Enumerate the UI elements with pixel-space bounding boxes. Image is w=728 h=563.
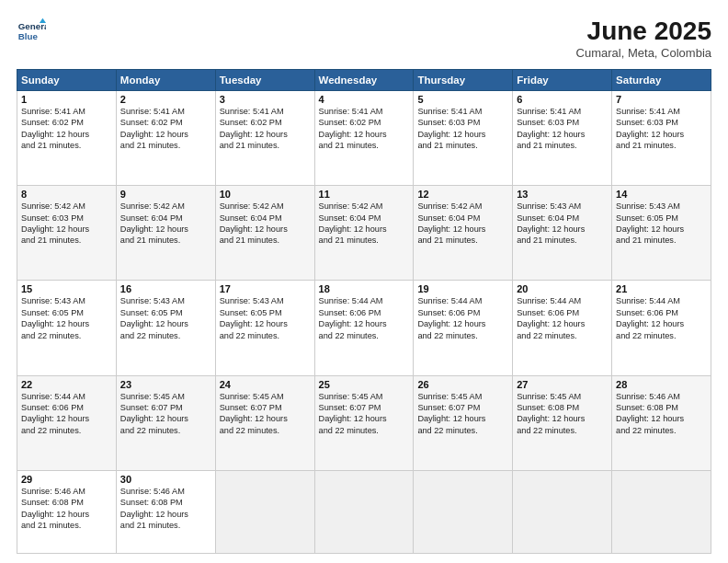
cell-info: Sunrise: 5:42 AM (417, 201, 508, 212)
cell-info: Sunrise: 5:41 AM (517, 106, 608, 117)
cell-info: Sunrise: 5:42 AM (120, 201, 211, 212)
cell-info: Daylight: 12 hours (120, 129, 211, 140)
cell-info: and 21 minutes. (220, 140, 311, 151)
calendar-cell: 23Sunrise: 5:45 AMSunset: 6:07 PMDayligh… (116, 375, 215, 470)
calendar-cell: 24Sunrise: 5:45 AMSunset: 6:07 PMDayligh… (215, 375, 314, 470)
calendar-cell: 8Sunrise: 5:42 AMSunset: 6:03 PMDaylight… (17, 186, 117, 281)
cell-info: and 21 minutes. (21, 140, 112, 151)
calendar-cell: 19Sunrise: 5:44 AMSunset: 6:06 PMDayligh… (414, 281, 513, 375)
day-number: 21 (616, 283, 707, 294)
cell-info: Sunset: 6:03 PM (417, 117, 508, 128)
cell-info: Sunset: 6:02 PM (319, 117, 410, 128)
cell-info: Daylight: 12 hours (21, 224, 112, 235)
cell-info: Daylight: 12 hours (417, 129, 508, 140)
day-number: 13 (517, 189, 608, 200)
cell-info: Sunrise: 5:41 AM (616, 106, 707, 117)
cell-info: Daylight: 12 hours (120, 318, 211, 329)
subtitle: Cumaral, Meta, Colombia (576, 46, 711, 60)
day-number: 30 (120, 474, 211, 485)
calendar-cell: 22Sunrise: 5:44 AMSunset: 6:06 PMDayligh… (17, 375, 117, 470)
calendar-cell: 30Sunrise: 5:46 AMSunset: 6:08 PMDayligh… (116, 470, 215, 553)
day-number: 29 (21, 474, 112, 485)
cell-info: and 22 minutes. (319, 425, 410, 436)
day-number: 2 (120, 94, 211, 105)
cell-info: Daylight: 12 hours (220, 129, 311, 140)
calendar-week-row: 1Sunrise: 5:41 AMSunset: 6:02 PMDaylight… (17, 91, 711, 186)
cell-info: Daylight: 12 hours (517, 129, 608, 140)
cell-info: Daylight: 12 hours (120, 413, 211, 424)
day-number: 28 (616, 379, 707, 390)
cell-info: Sunrise: 5:43 AM (220, 295, 311, 306)
calendar-cell: 1Sunrise: 5:41 AMSunset: 6:02 PMDaylight… (17, 91, 117, 186)
cell-info: and 22 minutes. (616, 330, 707, 341)
day-number: 4 (319, 94, 410, 105)
cell-info: and 21 minutes. (120, 235, 211, 246)
cell-info: Sunset: 6:06 PM (517, 307, 608, 318)
cell-info: Sunrise: 5:43 AM (21, 295, 112, 306)
day-number: 15 (21, 283, 112, 294)
cell-info: Daylight: 12 hours (616, 224, 707, 235)
calendar-day-header: Monday (116, 70, 215, 91)
cell-info: and 21 minutes. (319, 235, 410, 246)
day-number: 8 (21, 189, 112, 200)
cell-info: Sunset: 6:08 PM (120, 497, 211, 508)
calendar-day-header: Thursday (414, 70, 513, 91)
calendar-cell: 20Sunrise: 5:44 AMSunset: 6:06 PMDayligh… (513, 281, 612, 375)
day-number: 10 (220, 189, 311, 200)
cell-info: Daylight: 12 hours (21, 318, 112, 329)
cell-info: Sunrise: 5:42 AM (21, 201, 112, 212)
calendar-cell: 26Sunrise: 5:45 AMSunset: 6:07 PMDayligh… (414, 375, 513, 470)
cell-info: and 21 minutes. (417, 140, 508, 151)
day-number: 1 (21, 94, 112, 105)
cell-info: Sunrise: 5:42 AM (220, 201, 311, 212)
calendar-header-row: SundayMondayTuesdayWednesdayThursdayFrid… (17, 70, 711, 91)
cell-info: Sunrise: 5:41 AM (220, 106, 311, 117)
calendar-cell: 25Sunrise: 5:45 AMSunset: 6:07 PMDayligh… (314, 375, 414, 470)
calendar-week-row: 15Sunrise: 5:43 AMSunset: 6:05 PMDayligh… (17, 281, 711, 375)
cell-info: Sunset: 6:04 PM (319, 213, 410, 224)
cell-info: Daylight: 12 hours (517, 318, 608, 329)
cell-info: and 22 minutes. (616, 425, 707, 436)
calendar-cell: 27Sunrise: 5:45 AMSunset: 6:08 PMDayligh… (513, 375, 612, 470)
cell-info: Sunrise: 5:45 AM (220, 391, 311, 402)
cell-info: Sunset: 6:03 PM (616, 117, 707, 128)
cell-info: and 22 minutes. (21, 330, 112, 341)
cell-info: Sunset: 6:08 PM (616, 402, 707, 413)
calendar-body: 1Sunrise: 5:41 AMSunset: 6:02 PMDaylight… (17, 91, 711, 554)
cell-info: Sunset: 6:04 PM (120, 213, 211, 224)
day-number: 9 (120, 189, 211, 200)
calendar-cell: 6Sunrise: 5:41 AMSunset: 6:03 PMDaylight… (513, 91, 612, 186)
calendar-cell: 17Sunrise: 5:43 AMSunset: 6:05 PMDayligh… (215, 281, 314, 375)
calendar-cell (314, 470, 414, 553)
cell-info: Sunset: 6:05 PM (220, 307, 311, 318)
month-title: June 2025 (576, 17, 711, 46)
svg-text:Blue: Blue (18, 31, 39, 41)
cell-info: Sunrise: 5:44 AM (417, 295, 508, 306)
calendar-cell: 3Sunrise: 5:41 AMSunset: 6:02 PMDaylight… (215, 91, 314, 186)
cell-info: Daylight: 12 hours (319, 318, 410, 329)
cell-info: and 22 minutes. (417, 425, 508, 436)
cell-info: Daylight: 12 hours (21, 129, 112, 140)
cell-info: Daylight: 12 hours (417, 318, 508, 329)
page: General Blue June 2025 Cumaral, Meta, Co… (0, 0, 728, 563)
cell-info: Sunrise: 5:43 AM (616, 201, 707, 212)
cell-info: and 21 minutes. (220, 235, 311, 246)
calendar-cell: 16Sunrise: 5:43 AMSunset: 6:05 PMDayligh… (116, 281, 215, 375)
calendar-cell (612, 470, 711, 553)
cell-info: Daylight: 12 hours (319, 224, 410, 235)
cell-info: and 21 minutes. (319, 140, 410, 151)
cell-info: Sunrise: 5:45 AM (319, 391, 410, 402)
cell-info: Sunset: 6:06 PM (616, 307, 707, 318)
cell-info: Daylight: 12 hours (517, 224, 608, 235)
cell-info: Sunrise: 5:43 AM (517, 201, 608, 212)
calendar-cell: 18Sunrise: 5:44 AMSunset: 6:06 PMDayligh… (314, 281, 414, 375)
calendar-cell: 7Sunrise: 5:41 AMSunset: 6:03 PMDaylight… (612, 91, 711, 186)
cell-info: Sunrise: 5:41 AM (120, 106, 211, 117)
cell-info: and 21 minutes. (616, 140, 707, 151)
cell-info: Sunrise: 5:45 AM (120, 391, 211, 402)
cell-info: and 21 minutes. (417, 235, 508, 246)
calendar-cell: 11Sunrise: 5:42 AMSunset: 6:04 PMDayligh… (314, 186, 414, 281)
cell-info: Sunset: 6:07 PM (319, 402, 410, 413)
day-number: 26 (417, 379, 508, 390)
cell-info: Sunrise: 5:45 AM (417, 391, 508, 402)
